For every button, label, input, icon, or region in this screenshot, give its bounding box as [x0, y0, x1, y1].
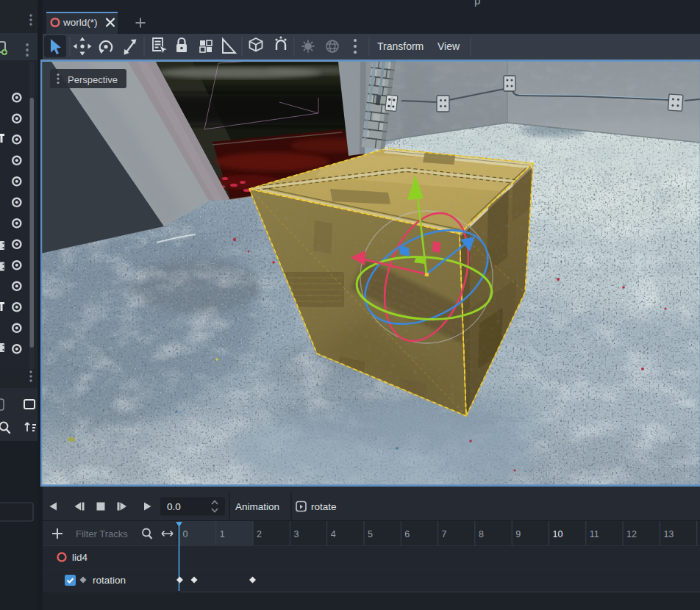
- svg-text:lid4: lid4: [72, 552, 88, 563]
- svg-text:10: 10: [553, 529, 563, 539]
- svg-text:12: 12: [626, 529, 637, 539]
- svg-text:Transform: Transform: [377, 40, 424, 52]
- svg-text:View: View: [438, 40, 460, 52]
- svg-text:9: 9: [515, 529, 521, 539]
- svg-text:3: 3: [293, 529, 299, 539]
- svg-text:13: 13: [663, 529, 674, 539]
- svg-text:Animation: Animation: [235, 501, 279, 512]
- svg-text:7: 7: [442, 529, 447, 539]
- svg-text:rotation: rotation: [93, 575, 126, 586]
- svg-text:8: 8: [479, 529, 484, 539]
- svg-text:0.0: 0.0: [167, 501, 181, 512]
- svg-text:11: 11: [590, 529, 599, 539]
- svg-text:Filter Tracks: Filter Tracks: [76, 528, 128, 539]
- svg-text:2: 2: [257, 529, 262, 539]
- svg-text:6: 6: [404, 529, 410, 539]
- svg-text:4: 4: [331, 529, 336, 539]
- svg-text:5: 5: [368, 529, 373, 539]
- svg-text:rotate: rotate: [311, 501, 337, 512]
- svg-text:0: 0: [183, 529, 188, 539]
- svg-text:1: 1: [220, 529, 225, 539]
